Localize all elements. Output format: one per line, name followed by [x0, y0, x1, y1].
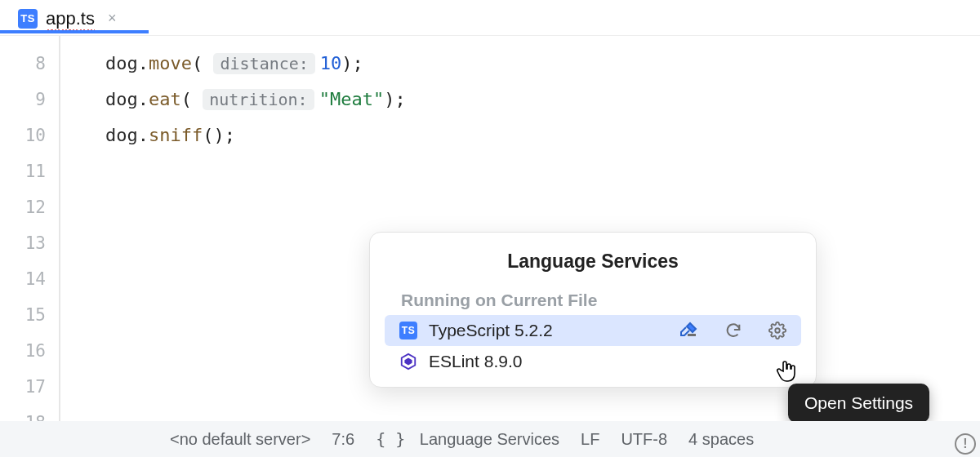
- status-language-services[interactable]: { } Language Services: [376, 429, 559, 449]
- eslint-service-icon: [399, 353, 417, 370]
- line-number-gutter: 8 9 10 11 12 13 14 15 16 17 18: [0, 36, 60, 421]
- line-number: 13: [0, 225, 59, 261]
- service-row-typescript[interactable]: TS TypeScript 5.2.2: [385, 315, 801, 346]
- compile-icon[interactable]: [679, 321, 698, 340]
- inlay-hint: distance:: [213, 53, 314, 74]
- line-number: 8: [0, 46, 59, 82]
- service-name: ESLint 8.9.0: [429, 352, 786, 371]
- line-number: 16: [0, 333, 59, 369]
- status-encoding[interactable]: UTF-8: [621, 430, 667, 449]
- line-number: 9: [0, 82, 59, 118]
- line-number: 12: [0, 189, 59, 225]
- status-indent[interactable]: 4 spaces: [688, 430, 754, 449]
- svg-point-1: [775, 328, 780, 333]
- status-line-ending[interactable]: LF: [581, 430, 599, 449]
- restart-icon[interactable]: [724, 322, 742, 339]
- line-number: 10: [0, 118, 59, 153]
- file-tab[interactable]: TS app.ts ×: [0, 3, 132, 33]
- status-caret-position[interactable]: 7:6: [332, 430, 354, 449]
- ts-file-icon: TS: [18, 9, 38, 29]
- popup-title: Language Services: [376, 251, 809, 273]
- inlay-hint: nutrition:: [203, 89, 314, 110]
- line-number: 15: [0, 297, 59, 333]
- gear-icon[interactable]: [768, 322, 786, 339]
- svg-rect-0: [688, 334, 696, 336]
- status-bar: <no default server> 7:6 { } Language Ser…: [0, 421, 980, 457]
- service-row-eslint[interactable]: ESLint 8.9.0: [385, 346, 801, 377]
- line-number: 17: [0, 369, 59, 405]
- close-icon[interactable]: ×: [103, 10, 122, 27]
- tooltip: Open Settings: [788, 384, 929, 423]
- language-services-popup: Language Services Running on Current Fil…: [369, 232, 817, 388]
- problems-indicator-icon[interactable]: !: [955, 433, 976, 455]
- tab-filename: app.ts: [46, 8, 95, 29]
- status-server[interactable]: <no default server>: [170, 430, 310, 449]
- service-name: TypeScript 5.2.2: [429, 321, 667, 340]
- active-tab-indicator: [0, 30, 149, 33]
- ts-service-icon: TS: [399, 322, 417, 339]
- svg-marker-3: [404, 357, 412, 365]
- code-line[interactable]: dog.eat( nutrition:"Meat");: [105, 82, 980, 118]
- code-line[interactable]: dog.sniff();: [105, 118, 980, 153]
- line-number: 14: [0, 261, 59, 297]
- code-line[interactable]: dog.move( distance:10);: [105, 46, 980, 82]
- tab-bar: TS app.ts ×: [0, 0, 980, 36]
- line-number: 11: [0, 153, 59, 189]
- popup-section-header: Running on Current File: [376, 284, 809, 315]
